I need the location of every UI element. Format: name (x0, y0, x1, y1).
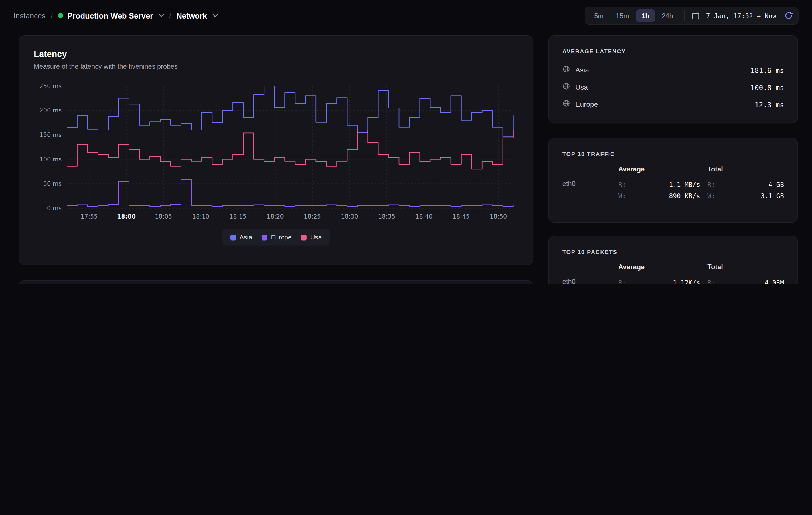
total-read-value: 4 GB (768, 179, 784, 191)
legend-item-europe[interactable]: Europe (262, 234, 292, 241)
latency-legend: Asia Europe Usa (34, 229, 518, 246)
average-values: R:1.12K/s W:1.14K/s (618, 277, 707, 284)
top10-packets-card: TOP 10 PACKETS Average Total eth0 R:1.12… (548, 236, 798, 284)
latency-row-europe: Europe 12.3 ms (562, 96, 784, 113)
svg-text:18:10: 18:10 (192, 213, 209, 220)
region-label: Europe (575, 101, 598, 108)
total-values: R:4 GB W:3.1 GB (707, 179, 784, 202)
read-label: R: (618, 179, 626, 191)
range-button-15m[interactable]: 15m (610, 9, 635, 22)
card-title: TOP 10 TRAFFIC (562, 151, 784, 157)
write-label: W: (707, 191, 715, 202)
latency-value: 12.3 ms (755, 100, 784, 108)
section-name: Network (176, 11, 207, 20)
svg-text:18:20: 18:20 (267, 213, 284, 220)
latency-chart-title: Latency (34, 49, 518, 59)
top-bar: Instances / Production Web Server / Netw… (0, 0, 812, 31)
chevron-down-icon (212, 13, 218, 18)
card-title: TOP 10 PACKETS (562, 249, 784, 255)
card-title: AVERAGE LATENCY (562, 48, 784, 55)
svg-text:18:25: 18:25 (304, 213, 321, 220)
legend-item-asia[interactable]: Asia (230, 234, 252, 241)
column-header-total: Total (707, 165, 784, 173)
read-label: R: (618, 277, 626, 284)
instance-name: Production Web Server (67, 11, 153, 20)
total-values: R:4.03M W:4.11M (707, 277, 784, 284)
svg-text:0 ms: 0 ms (47, 205, 62, 212)
svg-text:18:15: 18:15 (229, 213, 246, 220)
column-header-total: Total (707, 263, 784, 271)
calendar-icon[interactable] (690, 12, 702, 20)
globe-icon (562, 65, 570, 75)
latency-chart[interactable]: 250 ms200 ms150 ms100 ms50 ms0 ms17:5518… (34, 82, 519, 223)
breadcrumb-separator: / (169, 11, 171, 20)
latency-row-asia: Asia 181.6 ms (562, 62, 784, 79)
average-values: R:1.1 MB/s W:890 KB/s (618, 179, 707, 202)
section-selector[interactable]: Network (176, 11, 218, 20)
chevron-down-icon (158, 13, 164, 18)
avg-write-value: 890 KB/s (669, 191, 700, 202)
breadcrumb-instances[interactable]: Instances (13, 11, 46, 20)
interface-label: eth0 (562, 179, 618, 202)
average-latency-card: AVERAGE LATENCY Asia 181.6 ms Usa 100.8 … (548, 35, 798, 123)
range-button-24h[interactable]: 24h (656, 9, 678, 22)
legend-label: Asia (239, 234, 252, 241)
divider (684, 10, 685, 21)
svg-text:18:40: 18:40 (415, 213, 432, 220)
latency-row-usa: Usa 100.8 ms (562, 79, 784, 96)
latency-value: 181.6 ms (750, 66, 784, 75)
total-read-value: 4.03M (765, 277, 784, 284)
column-header-average: Average (618, 263, 707, 271)
column-header-average: Average (618, 165, 707, 173)
svg-text:18:35: 18:35 (378, 213, 395, 220)
network-traffic-card: Network Traffic Top 10 interfaces by byt… (19, 280, 533, 284)
write-label: W: (618, 191, 626, 202)
time-controls: 5m 15m 1h 24h 7 Jan, 17:52 → Now (585, 6, 798, 25)
region-label: Usa (575, 83, 588, 91)
latency-chart-subtitle: Measure of the latency with the fivenine… (34, 63, 518, 70)
svg-text:150 ms: 150 ms (39, 132, 62, 138)
svg-text:100 ms: 100 ms (39, 156, 62, 163)
svg-text:18:50: 18:50 (490, 213, 507, 220)
date-range-picker[interactable]: 7 Jan, 17:52 → Now (706, 12, 776, 20)
legend-label: Europe (271, 234, 291, 241)
svg-text:250 ms: 250 ms (39, 83, 62, 90)
latency-value: 100.8 ms (750, 83, 784, 91)
region-label: Asia (575, 66, 589, 74)
svg-text:18:45: 18:45 (453, 213, 470, 220)
svg-text:18:05: 18:05 (155, 213, 172, 220)
instance-selector[interactable]: Production Web Server (58, 11, 164, 20)
read-label: R: (707, 277, 715, 284)
latency-card: Latency Measure of the latency with the … (19, 35, 533, 265)
interface-label: eth0 (562, 277, 618, 284)
europe-series-swatch (262, 234, 267, 240)
usa-series-swatch (301, 234, 307, 240)
top10-traffic-card: TOP 10 TRAFFIC Average Total eth0 R:1.1 … (548, 138, 798, 223)
breadcrumb-separator: / (51, 11, 53, 20)
refresh-icon[interactable] (783, 11, 795, 20)
avg-read-value: 1.1 MB/s (669, 179, 700, 191)
avg-read-value: 1.12K/s (673, 277, 700, 284)
asia-series-swatch (230, 234, 236, 240)
svg-text:18:30: 18:30 (341, 213, 358, 220)
svg-text:18:00: 18:00 (117, 213, 136, 220)
range-button-1h[interactable]: 1h (636, 9, 655, 22)
svg-text:50 ms: 50 ms (44, 180, 62, 187)
status-dot (58, 13, 63, 18)
dashboard-page: Instances / Production Web Server / Netw… (0, 0, 812, 284)
legend-item-usa[interactable]: Usa (301, 234, 322, 241)
read-label: R: (707, 179, 715, 191)
svg-text:200 ms: 200 ms (39, 107, 62, 114)
range-button-5m[interactable]: 5m (588, 9, 609, 22)
total-write-value: 3.1 GB (761, 191, 784, 202)
legend-label: Usa (310, 234, 322, 241)
svg-text:17:55: 17:55 (81, 213, 97, 220)
globe-icon (562, 82, 570, 92)
breadcrumb: Instances / Production Web Server / Netw… (13, 11, 218, 20)
globe-icon (562, 99, 570, 109)
